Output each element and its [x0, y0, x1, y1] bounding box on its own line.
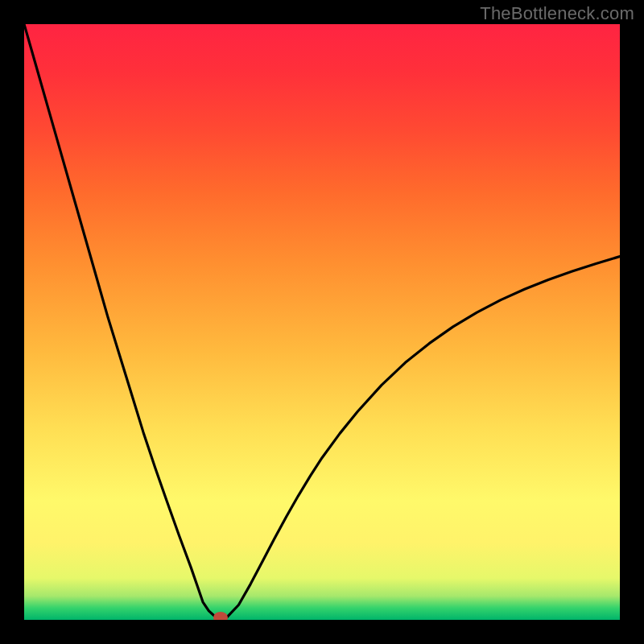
- plot-area: [24, 24, 620, 620]
- watermark-text: TheBottleneck.com: [480, 3, 634, 24]
- chart-frame: TheBottleneck.com: [0, 0, 644, 644]
- bottleneck-curve: [24, 24, 620, 620]
- curve-path: [24, 24, 620, 620]
- min-point-marker: [213, 612, 228, 620]
